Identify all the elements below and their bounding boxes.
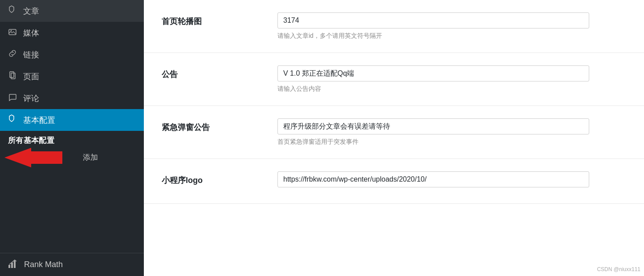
field-announcement: 请输入公告内容 [277, 65, 626, 93]
field-logo [277, 171, 626, 191]
sidebar-item-links[interactable]: 链接 [0, 44, 144, 65]
sidebar-item-basic-config-label: 基本配置 [23, 115, 55, 126]
sidebar-item-comments[interactable]: 评论 [0, 87, 144, 109]
sidebar-item-rankmath[interactable]: Rank Math [0, 253, 144, 276]
label-emergency: 紧急弹窗公告 [162, 118, 277, 133]
sidebar: 文章 媒体 链接 页面 [0, 0, 144, 276]
sidebar-item-links-label: 链接 [23, 49, 39, 60]
svg-rect-6 [11, 263, 13, 268]
input-logo[interactable] [277, 171, 589, 187]
hint-emergency: 首页紧急弹窗适用于突发事件 [277, 138, 626, 146]
media-icon [8, 27, 17, 38]
basic-config-icon [8, 114, 17, 126]
pages-icon [8, 71, 17, 82]
sidebar-item-posts-label: 文章 [23, 6, 39, 16]
settings-table: 首页轮播图 请输入文章id，多个请用英文符号隔开 公告 请输入公告内容 紧急弹窗… [144, 0, 644, 204]
sidebar-item-pages[interactable]: 页面 [0, 65, 144, 87]
svg-rect-2 [10, 72, 14, 77]
field-carousel: 请输入文章id，多个请用英文符号隔开 [277, 12, 626, 40]
svg-rect-7 [14, 260, 16, 268]
settings-row-announcement: 公告 请输入公告内容 [144, 53, 644, 106]
hint-carousel: 请输入文章id，多个请用英文符号隔开 [277, 32, 626, 40]
svg-rect-5 [8, 265, 10, 268]
svg-rect-3 [11, 73, 15, 79]
svg-point-1 [11, 30, 12, 32]
label-carousel: 首页轮播图 [162, 12, 277, 27]
sidebar-item-rankmath-label: Rank Math [24, 260, 63, 269]
settings-row-logo: 小程序logo [144, 159, 644, 204]
sidebar-item-comments-label: 评论 [23, 93, 39, 104]
settings-row-emergency: 紧急弹窗公告 首页紧急弹窗适用于突发事件 [144, 106, 644, 159]
sidebar-item-media-label: 媒体 [23, 28, 39, 38]
input-announcement[interactable] [277, 65, 589, 81]
field-emergency: 首页紧急弹窗适用于突发事件 [277, 118, 626, 146]
comments-icon [8, 93, 17, 104]
posts-icon [8, 5, 17, 16]
sidebar-sub-item-add[interactable]: 添加 [16, 149, 106, 166]
sidebar-item-posts[interactable]: 文章 [0, 0, 144, 22]
input-emergency[interactable] [277, 118, 589, 134]
label-logo: 小程序logo [162, 171, 277, 186]
sidebar-item-pages-label: 页面 [23, 71, 39, 82]
sidebar-bottom: Rank Math [0, 253, 144, 276]
label-announcement: 公告 [162, 65, 277, 80]
links-icon [8, 49, 17, 60]
input-carousel[interactable] [277, 12, 589, 28]
sidebar-section-header: 所有基本配置 [0, 131, 144, 147]
sidebar-item-basic-config[interactable]: 基本配置 [0, 109, 144, 131]
settings-row-carousel: 首页轮播图 请输入文章id，多个请用英文符号隔开 [144, 0, 644, 53]
rankmath-icon [8, 259, 18, 271]
main-content: 首页轮播图 请输入文章id，多个请用英文符号隔开 公告 请输入公告内容 紧急弹窗… [144, 0, 644, 276]
sidebar-item-media[interactable]: 媒体 [0, 22, 144, 44]
hint-announcement: 请输入公告内容 [277, 85, 626, 93]
